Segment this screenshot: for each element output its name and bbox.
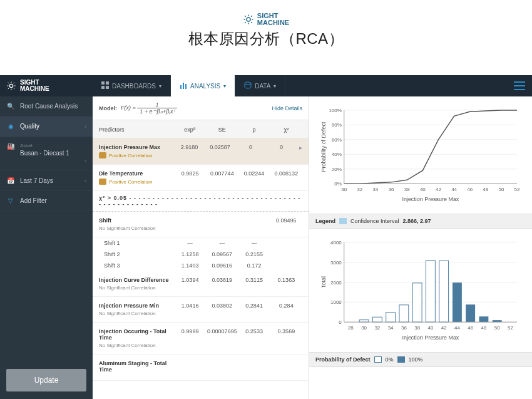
predictors-panel: Model: F(x) = 1 1 + e⁻⁽β₀+βⱼx⁾ Hide Deta… xyxy=(93,96,309,399)
chevron-down-icon: ▾ xyxy=(274,83,276,89)
chevron-down-icon: ▾ xyxy=(159,83,161,89)
predictor-row[interactable]: Injection Pressure MinNo Significant Cor… xyxy=(93,297,309,323)
grid-icon xyxy=(101,81,109,90)
chevron-right-icon: › xyxy=(84,178,86,184)
legend-row: Legend Confidence Interval 2.866, 2.97 xyxy=(309,214,532,229)
logo[interactable]: SIGHT MACHINE xyxy=(0,75,93,96)
svg-text:44: 44 xyxy=(454,325,460,331)
correlation-badge xyxy=(99,152,106,158)
svg-rect-64 xyxy=(399,305,409,322)
svg-text:40: 40 xyxy=(427,325,433,331)
svg-point-0 xyxy=(247,18,250,21)
svg-rect-69 xyxy=(466,304,475,322)
svg-text:100%: 100% xyxy=(329,108,341,113)
svg-rect-68 xyxy=(453,282,462,322)
hamburger-icon xyxy=(514,81,525,90)
svg-point-9 xyxy=(245,82,251,85)
model-label: Model: xyxy=(99,105,117,111)
svg-text:36: 36 xyxy=(401,325,407,331)
svg-text:48: 48 xyxy=(483,187,488,192)
svg-text:34: 34 xyxy=(388,325,394,331)
topbar: SIGHT MACHINE DASHBOARDS▾ANALYSIS▾DATA▾ xyxy=(0,75,532,96)
svg-text:42: 42 xyxy=(441,325,447,331)
nav-tab-dashboards[interactable]: DASHBOARDS▾ xyxy=(93,75,171,96)
svg-rect-65 xyxy=(412,283,422,322)
svg-text:30: 30 xyxy=(361,325,367,331)
svg-text:0: 0 xyxy=(339,319,342,325)
predictor-row[interactable]: Aluminum Staging - Total Time xyxy=(93,355,309,381)
predictor-row[interactable]: Injection Occuring - Total TimeNo Signif… xyxy=(93,323,309,355)
svg-rect-8 xyxy=(185,84,187,89)
predictor-row[interactable]: ShiftNo Significant Correlation 0.09495 xyxy=(93,212,309,237)
sidebar-item-4[interactable]: ▽Add Filter xyxy=(0,191,93,211)
svg-text:Injection Pressure Max: Injection Pressure Max xyxy=(402,334,459,341)
svg-rect-3 xyxy=(106,81,109,85)
svg-text:30: 30 xyxy=(341,187,347,192)
svg-rect-4 xyxy=(101,86,105,89)
chevron-right-icon: ▸ xyxy=(297,144,302,151)
svg-text:46: 46 xyxy=(468,325,473,331)
chi-divider: χ² > 0.05 - - - - - - - - - - - - - - - … xyxy=(93,191,309,212)
svg-text:80%: 80% xyxy=(332,122,342,128)
svg-text:36: 36 xyxy=(389,187,394,192)
svg-rect-67 xyxy=(439,261,449,322)
db-icon xyxy=(244,81,252,90)
svg-text:2000: 2000 xyxy=(330,280,342,286)
svg-text:32: 32 xyxy=(357,187,362,192)
svg-text:0%: 0% xyxy=(334,181,341,187)
svg-text:34: 34 xyxy=(373,187,379,192)
svg-text:52: 52 xyxy=(508,325,513,331)
svg-text:Probability of Defect: Probability of Defect xyxy=(320,122,327,172)
menu-button[interactable] xyxy=(507,75,532,96)
svg-text:Total: Total xyxy=(320,276,327,288)
sidebar-item-3[interactable]: 📅Last 7 Days› xyxy=(0,171,93,191)
svg-text:60%: 60% xyxy=(332,137,342,143)
chart-panel: 0%20%40%60%80%100%3032343638404244464850… xyxy=(309,96,532,399)
sidebar-item-2[interactable]: 🏭AssetBusan - Diecast 1› xyxy=(0,137,93,171)
svg-text:Injection Pressure Max: Injection Pressure Max xyxy=(402,196,459,202)
update-button[interactable]: Update xyxy=(6,369,86,391)
svg-rect-66 xyxy=(426,261,435,322)
svg-text:4000: 4000 xyxy=(330,240,342,246)
hide-details-link[interactable]: Hide Details xyxy=(272,105,302,111)
table-header: Predictors expᵝ SE p χ² xyxy=(93,120,309,138)
probability-chart: 0%20%40%60%80%100%3032343638404244464850… xyxy=(309,96,532,214)
nav-tab-analysis[interactable]: ANALYSIS▾ xyxy=(171,75,235,96)
sidebar-item-0[interactable]: 🔍Root Cause Analysis xyxy=(0,96,93,117)
chevron-down-icon: ▾ xyxy=(223,83,226,89)
svg-text:48: 48 xyxy=(481,325,487,331)
funnel-icon: ▽ xyxy=(6,197,15,204)
svg-rect-70 xyxy=(479,316,488,322)
factory-icon: 🏭 xyxy=(6,143,15,150)
svg-text:40: 40 xyxy=(420,187,426,192)
predictor-row[interactable]: Injection Curve DifferenceNo Significant… xyxy=(93,271,309,297)
svg-text:40%: 40% xyxy=(332,152,342,157)
predictor-subrow: Shift 1 ------ --- xyxy=(93,237,309,249)
svg-rect-7 xyxy=(183,83,184,89)
histogram-chart: 0100020003000400028303234363840424446485… xyxy=(309,229,532,353)
svg-text:38: 38 xyxy=(414,325,420,331)
svg-rect-63 xyxy=(386,313,396,322)
predictor-row[interactable]: Die TemperaturePositive Correlation 0.98… xyxy=(93,165,309,191)
chevron-right-icon: › xyxy=(84,158,86,164)
chevron-right-icon: › xyxy=(84,123,86,130)
sidebar: 🔍Root Cause Analysis◉Quality›🏭AssetBusan… xyxy=(0,96,93,399)
gear-icon xyxy=(6,81,16,91)
svg-text:20%: 20% xyxy=(332,167,342,172)
svg-text:50: 50 xyxy=(499,187,504,192)
gear-icon xyxy=(243,14,254,25)
nav-tab-data[interactable]: DATA▾ xyxy=(235,75,285,96)
svg-text:44: 44 xyxy=(451,187,457,192)
svg-text:46: 46 xyxy=(467,187,473,192)
predictor-row[interactable]: Injection Pressure MaxPositive Correlati… xyxy=(93,138,309,165)
sidebar-item-1[interactable]: ◉Quality› xyxy=(0,117,93,137)
svg-rect-61 xyxy=(359,320,369,322)
svg-text:32: 32 xyxy=(374,325,380,331)
correlation-badge xyxy=(99,179,106,185)
zero-swatch xyxy=(374,356,382,363)
bars-icon xyxy=(180,81,187,90)
svg-text:1000: 1000 xyxy=(330,299,342,305)
svg-text:50: 50 xyxy=(494,325,500,331)
predictor-subrow: Shift 2 1.12580.09567 0.2155 xyxy=(93,249,309,260)
svg-text:52: 52 xyxy=(514,187,520,192)
